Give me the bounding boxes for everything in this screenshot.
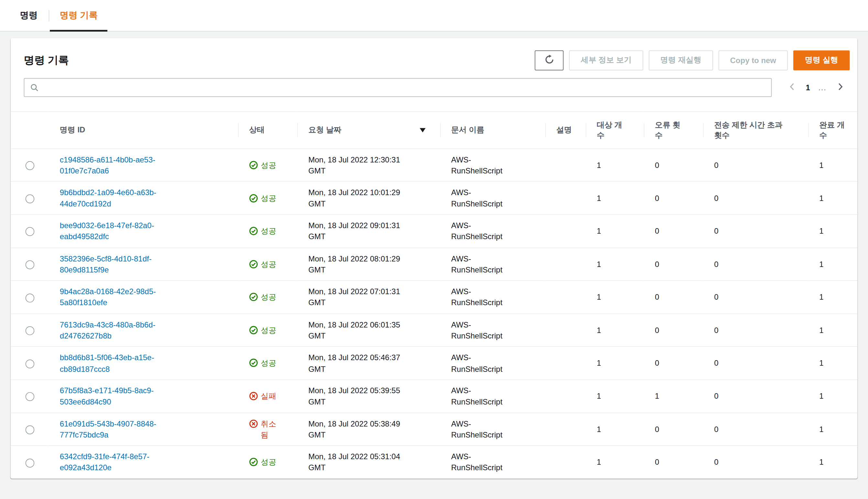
- target-count-cell: 1: [586, 182, 644, 215]
- target-count-cell: 1: [586, 314, 644, 346]
- status-label: 성공: [261, 292, 276, 303]
- search-box: [24, 78, 772, 97]
- row-select-radio[interactable]: [25, 327, 34, 335]
- completed-count-cell: 1: [808, 215, 857, 247]
- completed-count-cell: 1: [808, 148, 857, 182]
- header-target-count: 대상 개수: [586, 112, 644, 148]
- tab-command-history-label: 명령 기록: [60, 10, 98, 21]
- status-badge: 성공: [249, 258, 292, 270]
- row-select-radio[interactable]: [25, 459, 34, 467]
- chevron-left-icon: [788, 83, 796, 93]
- status-badge: 성공: [249, 160, 292, 171]
- tab-command-history[interactable]: 명령 기록: [49, 0, 109, 31]
- row-select-radio[interactable]: [25, 360, 34, 368]
- search-input[interactable]: [43, 83, 766, 93]
- target-count-cell: 1: [586, 215, 644, 247]
- copy-to-new-button[interactable]: Copy to new: [719, 50, 788, 71]
- timeout-count-cell: 0: [703, 215, 808, 247]
- status-label: 성공: [261, 226, 276, 237]
- row-select-radio[interactable]: [25, 293, 34, 302]
- command-id-link[interactable]: 61e091d5-543b-4907-8848-777fc75bdc9a: [60, 430, 187, 439]
- row-select-radio[interactable]: [25, 161, 34, 170]
- request-date-cell: Mon, 18 Jul 2022 09:01:31 GMT: [297, 215, 440, 247]
- refresh-icon: [545, 55, 554, 66]
- completed-count-cell: 1: [808, 314, 857, 346]
- description-cell: [545, 413, 586, 446]
- check-circle-icon: [249, 227, 258, 235]
- row-select-radio[interactable]: [25, 426, 34, 434]
- timeout-count-cell: 0: [703, 182, 808, 215]
- command-id-link[interactable]: 6342cfd9-31fe-474f-8e57-e092a43d120e: [60, 463, 187, 472]
- request-date-cell: Mon, 18 Jul 2022 06:01:35 GMT: [297, 314, 440, 346]
- timeout-count-cell: 0: [703, 314, 808, 346]
- command-id-link[interactable]: 9b4ac28a-0168-42e2-98d5-5a80f1810efe: [60, 299, 187, 307]
- error-count-cell: 0: [644, 413, 703, 446]
- header-completed-count: 완료 개수: [808, 112, 857, 148]
- row-select-radio[interactable]: [25, 194, 34, 203]
- row-select-radio[interactable]: [25, 260, 34, 269]
- command-id-link[interactable]: 7613dc9a-43c8-480a-8b6d-d24762627b8b: [60, 331, 187, 340]
- status-badge: 성공: [249, 325, 292, 336]
- header-command-id: 명령 ID: [49, 112, 238, 148]
- table-row: 6342cfd9-31fe-474f-8e57-e092a43d120e 성공 …: [11, 446, 858, 478]
- previous-page-button[interactable]: [787, 82, 797, 94]
- next-page-button[interactable]: [835, 82, 845, 94]
- status-label: 성공: [261, 258, 276, 270]
- run-command-button[interactable]: 명령 실행: [793, 50, 850, 71]
- completed-count-cell: 1: [808, 413, 857, 446]
- command-id-link[interactable]: c1948586-a611-4b0b-ae53-01f0e7c7a0a6: [60, 166, 187, 175]
- target-count-cell: 1: [586, 446, 644, 478]
- check-circle-icon: [249, 160, 258, 169]
- check-circle-icon: [249, 458, 258, 466]
- document-name-cell: AWS-RunShellScript: [440, 182, 545, 215]
- header-description: 설명: [545, 112, 586, 148]
- row-select-radio[interactable]: [25, 228, 34, 236]
- panel-title: 명령 기록: [24, 53, 535, 68]
- target-count-cell: 1: [586, 346, 644, 380]
- view-details-button[interactable]: 세부 정보 보기: [569, 50, 643, 71]
- document-name-cell: AWS-RunShellScript: [440, 380, 545, 413]
- status-label: 성공: [261, 457, 276, 468]
- command-id-link[interactable]: bb8d6b81-5f06-43eb-a15e-cb89d187ccc8: [60, 364, 187, 373]
- target-count-cell: 1: [586, 413, 644, 446]
- header-error-count: 오류 횟수: [644, 112, 703, 148]
- timeout-count-cell: 0: [703, 281, 808, 314]
- status-label: 취소됨: [261, 418, 279, 440]
- status-label: 성공: [261, 357, 276, 369]
- header-status: 상태: [238, 112, 297, 148]
- request-date-cell: Mon, 18 Jul 2022 05:38:49 GMT: [297, 413, 440, 446]
- document-name-cell: AWS-RunShellScript: [440, 247, 545, 281]
- rerun-command-button[interactable]: 명령 재실행: [649, 50, 713, 71]
- command-id-link[interactable]: 67b5f8a3-e171-49b5-8ac9-503ee6d84c90: [60, 398, 187, 406]
- header-timeout-count: 전송 제한 시간 초과 횟수: [703, 112, 808, 148]
- tab-commands-label: 명령: [20, 10, 38, 21]
- timeout-count-cell: 0: [703, 446, 808, 478]
- target-count-cell: 1: [586, 281, 644, 314]
- description-cell: [545, 380, 586, 413]
- command-id-link[interactable]: 9b6bdbd2-1a09-4e60-a63b-44de70cd192d: [60, 199, 187, 208]
- command-history-table: 명령 ID 상태 요청 날짜 문서 이름 설명 대상 개수 오류 횟수: [11, 111, 858, 478]
- table-row: 9b6bdbd2-1a09-4e60-a63b-44de70cd192d 성공 …: [11, 182, 858, 215]
- table-controls: 1 ...: [11, 78, 858, 111]
- document-name-cell: AWS-RunShellScript: [440, 413, 545, 446]
- command-id-link[interactable]: 3582396e-5cf8-4d10-81df-80e9d8115f9e: [60, 265, 187, 274]
- status-label: 성공: [261, 193, 276, 204]
- table-row: 3582396e-5cf8-4d10-81df-80e9d8115f9e 성공 …: [11, 247, 858, 281]
- row-select-radio[interactable]: [25, 392, 34, 401]
- header-request-date[interactable]: 요청 날짜: [297, 112, 440, 148]
- error-count-cell: 1: [644, 380, 703, 413]
- target-count-cell: 1: [586, 380, 644, 413]
- table-row: 7613dc9a-43c8-480a-8b6d-d24762627b8b 성공 …: [11, 314, 858, 346]
- status-badge: 성공: [249, 193, 292, 204]
- command-id-link[interactable]: bee9d032-6e18-47ef-82a0-eabd49582dfc: [60, 232, 187, 241]
- request-date-cell: Mon, 18 Jul 2022 12:30:31 GMT: [297, 148, 440, 182]
- error-count-cell: 0: [644, 247, 703, 281]
- refresh-button[interactable]: [535, 50, 564, 71]
- table-row: c1948586-a611-4b0b-ae53-01f0e7c7a0a6 성공 …: [11, 148, 858, 182]
- request-date-cell: Mon, 18 Jul 2022 05:31:04 GMT: [297, 446, 440, 478]
- page-number-current[interactable]: 1: [806, 83, 810, 92]
- tab-commands[interactable]: 명령: [9, 0, 49, 31]
- error-count-cell: 0: [644, 148, 703, 182]
- target-count-cell: 1: [586, 148, 644, 182]
- description-cell: [545, 281, 586, 314]
